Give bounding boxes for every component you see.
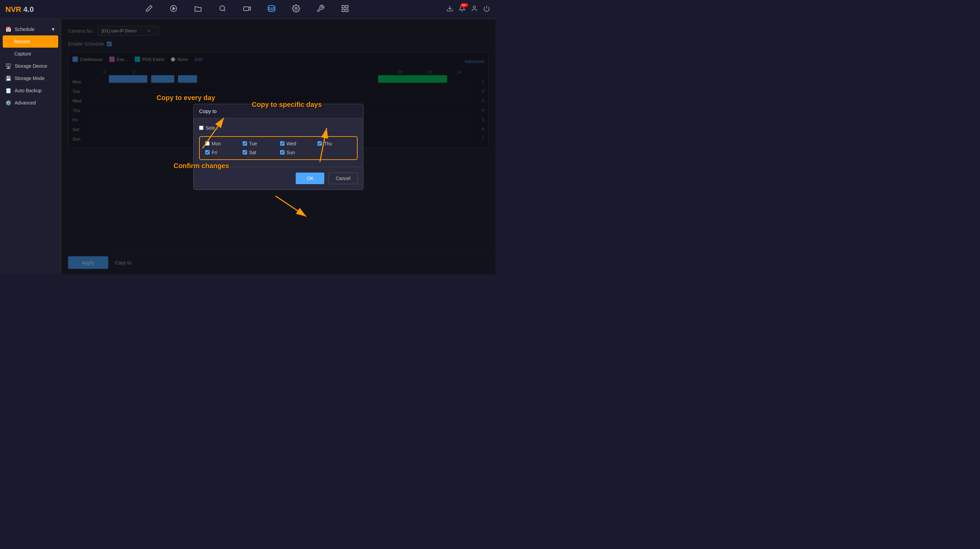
nav-camera-icon[interactable] (240, 3, 254, 16)
sidebar-capture-label: Capture (14, 51, 31, 57)
svg-point-10 (473, 6, 476, 8)
calendar-icon: 📅 (5, 27, 11, 32)
day-check-mon: Mon (205, 141, 239, 146)
dialog-footer: OK Cancel (194, 167, 363, 189)
sidebar-item-schedule[interactable]: 📅 Schedule ▼ (0, 23, 61, 35)
svg-rect-2 (243, 7, 249, 11)
notification-icon[interactable]: 99+ (459, 5, 466, 14)
app-name-nvr: NVR (5, 5, 21, 14)
sidebar-item-record[interactable]: Record (3, 35, 58, 48)
sidebar-auto-backup-label: Auto Backup (14, 88, 41, 93)
save-icon: 💾 (5, 76, 11, 81)
days-grid: Mon Tue Wed Thu (199, 136, 358, 160)
day-check-tue: Tue (243, 141, 277, 146)
select-all-row: Sele... (199, 125, 358, 131)
dialog-title: Copy to (194, 104, 363, 118)
right-icons: 99+ (447, 5, 490, 14)
app-logo: NVR 4.0 (5, 5, 34, 14)
svg-point-1 (220, 6, 224, 11)
sidebar-item-storage-mode[interactable]: 💾 Storage Mode (0, 72, 61, 84)
nav-search-icon[interactable] (216, 3, 229, 16)
notification-badge: 99+ (460, 3, 468, 7)
sidebar: 📅 Schedule ▼ Record Capture 🖥️ Storage D… (0, 19, 61, 274)
day-check-sun: Sun (280, 150, 314, 155)
annotation-copy-every-day: Copy to every day (156, 94, 215, 102)
backup-icon: 🗒️ (5, 88, 11, 93)
sidebar-item-advanced[interactable]: ⚙️ Advanced (0, 97, 61, 109)
layout: 📅 Schedule ▼ Record Capture 🖥️ Storage D… (0, 19, 495, 274)
day-thu-label: Thu (324, 141, 332, 146)
day-check-wed: Wed (280, 141, 314, 146)
sidebar-schedule-label: Schedule (14, 27, 34, 32)
dialog-body: Sele... Mon Tue Wed (194, 118, 363, 167)
day-wed-label: Wed (286, 141, 296, 146)
monitor-icon: 🖥️ (5, 63, 11, 69)
day-thu-checkbox[interactable] (318, 141, 322, 146)
day-check-fri: Fri (205, 150, 239, 155)
day-mon-checkbox[interactable] (205, 141, 210, 146)
sidebar-item-auto-backup[interactable]: 🗒️ Auto Backup (0, 84, 61, 97)
download-icon[interactable] (447, 5, 453, 14)
nav-pencil-icon[interactable] (142, 3, 156, 16)
svg-rect-6 (346, 5, 348, 8)
app-version: 4.0 (24, 5, 34, 14)
day-sat-checkbox[interactable] (243, 150, 247, 154)
sidebar-storage-mode-label: Storage Mode (14, 76, 45, 81)
day-fri-checkbox[interactable] (205, 150, 210, 154)
day-check-thu: Thu (318, 141, 352, 146)
svg-point-4 (295, 8, 297, 10)
ok-button[interactable]: OK (296, 173, 324, 184)
nav-play-icon[interactable] (167, 3, 180, 16)
nav-folder-icon[interactable] (191, 3, 205, 16)
sidebar-record-label: Record (14, 39, 30, 44)
day-tue-checkbox[interactable] (243, 141, 247, 146)
gear-icon: ⚙️ (5, 100, 11, 105)
day-sun-label: Sun (286, 150, 295, 155)
day-fri-label: Fri (212, 150, 217, 155)
user-icon[interactable] (471, 5, 478, 14)
day-check-sat: Sat (243, 150, 277, 155)
select-all-checkbox[interactable] (199, 126, 204, 130)
day-wed-checkbox[interactable] (280, 141, 285, 146)
chevron-down-icon: ▼ (51, 27, 56, 32)
nav-settings-icon[interactable] (289, 3, 303, 16)
sidebar-item-storage-device[interactable]: 🖥️ Storage Device (0, 60, 61, 72)
sidebar-storage-device-label: Storage Device (14, 63, 47, 69)
nav-grid-icon[interactable] (338, 3, 352, 16)
sidebar-advanced-label: Advanced (14, 100, 36, 105)
svg-rect-7 (342, 9, 344, 11)
nav-storage-icon[interactable] (265, 3, 278, 16)
svg-rect-5 (342, 5, 344, 8)
svg-line-15 (275, 196, 306, 216)
copy-to-dialog: Copy to Sele... Mon Tue (193, 104, 363, 190)
cancel-button[interactable]: Cancel (328, 173, 358, 184)
topbar: NVR 4.0 (0, 0, 495, 19)
sidebar-item-capture[interactable]: Capture (0, 48, 61, 60)
dialog-overlay: Copy to Sele... Mon Tue (61, 19, 495, 274)
day-tue-label: Tue (249, 141, 257, 146)
day-sun-checkbox[interactable] (280, 150, 285, 154)
select-all-label: Sele... (205, 125, 219, 131)
day-sat-label: Sat (249, 150, 256, 155)
nav-wrench-icon[interactable] (314, 3, 327, 16)
power-icon[interactable] (483, 5, 490, 14)
day-mon-label: Mon (212, 141, 221, 146)
svg-rect-8 (346, 9, 348, 11)
svg-point-3 (268, 5, 275, 8)
nav-icons (47, 3, 447, 16)
main-content: Camera No. [D1] use-IP Demo ▼ Enable Sch… (61, 19, 495, 274)
